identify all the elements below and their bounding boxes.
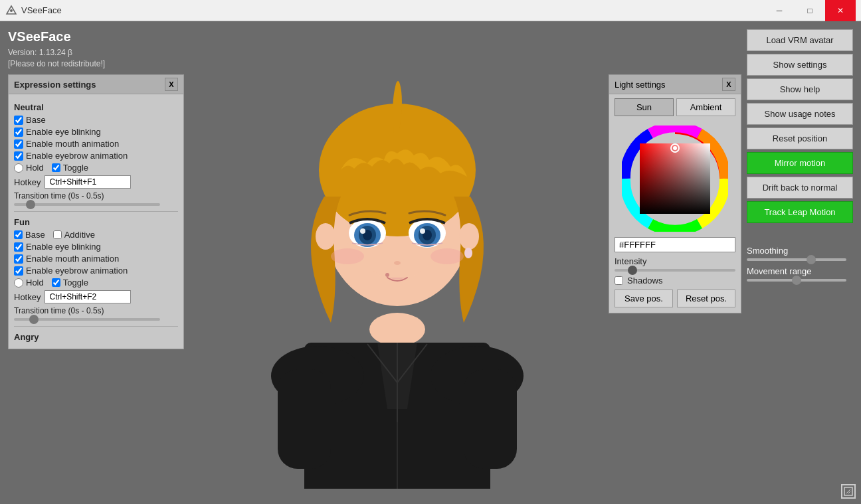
svg-point-37: [673, 146, 677, 150]
save-reset-row: Save pos. Reset pos.: [615, 290, 735, 307]
divider-2: [14, 326, 178, 327]
fun-eye-blinking-row: Enable eye blinking: [14, 242, 178, 252]
mirror-motion-button[interactable]: Mirror motion: [747, 152, 853, 174]
neutral-hold-radio[interactable]: [14, 163, 23, 173]
movement-range-label: Movement range: [747, 266, 853, 276]
app-version: Version: 1.13.24 β [Please do not redist…: [8, 47, 105, 70]
neutral-toggle-label: Toggle: [63, 163, 88, 173]
main-area: VSeeFace Version: 1.13.24 β [Please do n…: [0, 21, 861, 504]
save-pos-button[interactable]: Save pos.: [615, 290, 673, 307]
light-panel: Light settings X Sun Ambient: [609, 74, 741, 313]
fun-hotkey-row: Hotkey: [14, 290, 178, 303]
app-title: VSeeFace: [8, 29, 105, 44]
neutral-mouth-animation-checkbox[interactable]: [14, 139, 23, 149]
fun-transition-thumb[interactable]: [29, 315, 39, 324]
svg-rect-7: [278, 369, 331, 469]
fun-base-checkbox[interactable]: [14, 230, 23, 239]
color-wheel-container[interactable]: [609, 120, 741, 237]
close-button[interactable]: ✕: [825, 0, 856, 21]
neutral-toggle-checkbox[interactable]: [52, 163, 60, 172]
fun-section-label: Fun: [14, 217, 178, 227]
neutral-hotkey-input[interactable]: [45, 175, 131, 189]
fun-mouth-animation-checkbox[interactable]: [14, 254, 23, 264]
color-wheel-svg[interactable]: [622, 126, 728, 232]
neutral-transition-thumb[interactable]: [26, 200, 35, 209]
shadows-label: Shadows: [627, 276, 662, 286]
svg-point-29: [385, 273, 389, 277]
minimize-button[interactable]: ─: [764, 0, 795, 21]
reset-pos-button[interactable]: Reset pos.: [677, 290, 735, 307]
light-panel-title: Light settings: [615, 80, 666, 90]
neutral-transition-track: [14, 203, 160, 206]
right-panel: Load VRM avatar Show settings Show help …: [747, 29, 853, 223]
drift-back-button[interactable]: Drift back to normal: [747, 177, 853, 199]
show-usage-notes-button[interactable]: Show usage notes: [747, 103, 853, 125]
resize-icon[interactable]: [841, 484, 856, 499]
titlebar: VSeeFace ─ □ ✕: [0, 0, 861, 21]
svg-point-14: [459, 223, 479, 250]
neutral-eye-blinking-checkbox[interactable]: [14, 127, 23, 137]
neutral-eyebrow-animation-checkbox[interactable]: [14, 151, 23, 161]
angry-section-label: Angry: [14, 332, 178, 342]
neutral-base-label: Base: [26, 115, 46, 125]
fun-hold-label: Hold: [26, 278, 44, 288]
fun-transition-slider-container: [14, 318, 178, 321]
neutral-toggle-item: Toggle: [52, 163, 88, 173]
neutral-hotkey-row: Hotkey: [14, 175, 178, 189]
sun-ambient-row: Sun Ambient: [609, 94, 741, 120]
fun-mouth-animation-row: Enable mouth animation: [14, 254, 178, 264]
shadows-checkbox[interactable]: [615, 276, 623, 285]
avatar-svg: [244, 37, 550, 489]
expression-panel-close[interactable]: X: [165, 78, 178, 91]
app-header: VSeeFace Version: 1.13.24 β [Please do n…: [8, 29, 105, 70]
intensity-thumb[interactable]: [628, 266, 637, 275]
neutral-mouth-animation-row: Enable mouth animation: [14, 139, 178, 149]
fun-eyebrow-animation-row: Enable eyebrow animation: [14, 266, 178, 276]
expression-panel-body: Neutral Base Enable eye blinking Enable …: [9, 94, 183, 349]
neutral-hotkey-label: Hotkey: [14, 177, 41, 187]
version-line2: [Please do not redistribute!]: [8, 59, 105, 68]
fun-hold-toggle-row: Hold Toggle: [14, 278, 178, 288]
fun-toggle-item: Toggle: [52, 278, 88, 288]
fun-transition-track: [14, 318, 160, 321]
load-vrm-button[interactable]: Load VRM avatar: [747, 29, 853, 51]
svg-line-40: [848, 491, 850, 493]
neutral-hold-label: Hold: [26, 163, 44, 173]
show-help-button[interactable]: Show help: [747, 78, 853, 100]
sun-button[interactable]: Sun: [615, 98, 674, 116]
svg-point-1: [10, 9, 13, 12]
reset-position-button[interactable]: Reset position: [747, 127, 853, 149]
light-panel-close[interactable]: X: [722, 78, 735, 91]
titlebar-title: VSeeFace: [21, 5, 62, 15]
fun-base-label: Base: [25, 230, 45, 240]
movement-range-thumb[interactable]: [792, 276, 801, 285]
maximize-button[interactable]: □: [795, 0, 825, 21]
intensity-slider-container: [615, 269, 735, 272]
ambient-button[interactable]: Ambient: [676, 98, 735, 116]
svg-point-28: [430, 248, 464, 264]
intensity-track: [615, 269, 735, 272]
track-leap-button[interactable]: Track Leap Motion: [747, 201, 853, 223]
divider-1: [14, 211, 178, 212]
smoothing-thumb[interactable]: [807, 255, 816, 264]
fun-hold-radio[interactable]: [14, 278, 23, 288]
shadows-row: Shadows: [615, 276, 735, 286]
expression-panel: Expression settings X Neutral Base Enabl…: [8, 74, 184, 349]
fun-additive-checkbox[interactable]: [53, 230, 62, 239]
expression-panel-header: Expression settings X: [9, 75, 183, 94]
fun-hotkey-input[interactable]: [45, 290, 131, 303]
app-icon: [5, 5, 17, 17]
fun-eye-blinking-checkbox[interactable]: [14, 242, 23, 252]
svg-point-25: [420, 228, 425, 234]
neutral-transition-label: Transition time (0s - 0.5s): [14, 191, 178, 201]
neutral-eyebrow-animation-label: Enable eyebrow animation: [26, 151, 128, 161]
fun-transition-label: Transition time (0s - 0.5s): [14, 306, 178, 315]
svg-rect-35: [640, 143, 710, 214]
avatar-area: [186, 21, 609, 504]
show-settings-button[interactable]: Show settings: [747, 54, 853, 76]
fun-eyebrow-animation-checkbox[interactable]: [14, 266, 23, 276]
neutral-base-checkbox[interactable]: [14, 116, 23, 125]
fun-toggle-checkbox[interactable]: [52, 278, 60, 287]
svg-point-13: [316, 223, 335, 250]
color-hex-input[interactable]: [615, 237, 735, 252]
